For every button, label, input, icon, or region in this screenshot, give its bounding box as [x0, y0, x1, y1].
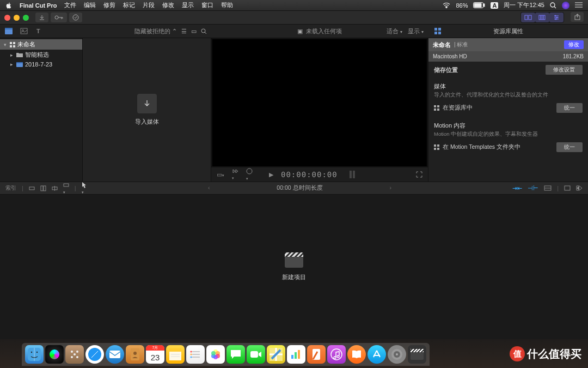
- svg-rect-52: [41, 186, 43, 191]
- close-button[interactable]: [4, 15, 10, 21]
- safari-icon[interactable]: [85, 345, 104, 364]
- menu-window[interactable]: 窗口: [201, 1, 213, 9]
- app-name[interactable]: Final Cut Pro: [20, 2, 57, 9]
- disclosure-icon[interactable]: ▾: [2, 42, 8, 47]
- inspector-tab-icon[interactable]: [433, 27, 442, 35]
- share-button[interactable]: [571, 12, 584, 22]
- viewer-canvas[interactable]: [212, 39, 427, 166]
- fullscreen-button[interactable]: [23, 15, 29, 21]
- contacts-icon[interactable]: [126, 345, 144, 364]
- svg-point-97: [396, 353, 398, 355]
- tl-tool-4-icon[interactable]: ▾: [63, 182, 69, 195]
- fullscreen-viewer-icon[interactable]: [416, 171, 422, 178]
- spotlight-icon[interactable]: [550, 2, 556, 9]
- menu-edit[interactable]: 编辑: [84, 1, 96, 9]
- appstore-icon[interactable]: [367, 345, 386, 364]
- reminders-icon[interactable]: [186, 345, 205, 364]
- minimize-button[interactable]: [14, 15, 20, 21]
- timeline-duration: 00:00 总时间长度: [277, 184, 322, 191]
- finder-icon[interactable]: [25, 345, 44, 364]
- mail-icon[interactable]: [106, 345, 124, 364]
- play-button[interactable]: ▶: [269, 171, 273, 178]
- svg-point-71: [133, 352, 137, 355]
- battery-icon[interactable]: [473, 2, 485, 8]
- layout-default-button[interactable]: [521, 13, 535, 22]
- titles-tab-icon[interactable]: T: [35, 27, 44, 35]
- skimming-icon[interactable]: ⊣⊢: [528, 185, 538, 192]
- transitions-icon[interactable]: [576, 185, 583, 191]
- inspector-title: 资源库属性: [493, 27, 523, 35]
- timeline-area[interactable]: 新建项目: [0, 195, 588, 339]
- disclosure-icon[interactable]: ▸: [9, 62, 14, 67]
- enhance-dropdown[interactable]: ▾: [246, 168, 253, 181]
- layout-dual-button[interactable]: [535, 13, 549, 22]
- siri-icon[interactable]: [562, 2, 569, 9]
- photos-tab-icon[interactable]: [20, 27, 28, 35]
- fcpx-icon[interactable]: [408, 345, 426, 364]
- photos-icon[interactable]: [206, 345, 225, 364]
- maps-icon[interactable]: [267, 345, 285, 364]
- unify-button-2[interactable]: 统一: [556, 142, 583, 152]
- select-tool-icon[interactable]: ▾: [82, 182, 87, 195]
- storage-settings-button[interactable]: 修改设置: [546, 65, 583, 75]
- battery-percent[interactable]: 86%: [456, 2, 468, 9]
- ibooks-icon[interactable]: [347, 345, 366, 364]
- menu-trim[interactable]: 修剪: [103, 1, 115, 9]
- dock: 7月23: [22, 343, 430, 366]
- messages-icon[interactable]: [226, 345, 245, 364]
- retime-dropdown[interactable]: ▾: [232, 168, 238, 180]
- snap-icon[interactable]: ⇥⇤: [512, 185, 522, 192]
- menu-mark[interactable]: 标记: [123, 1, 135, 9]
- timecode-display[interactable]: 00:00:00:00: [281, 170, 338, 179]
- import-media-button[interactable]: [137, 94, 157, 113]
- numbers-icon[interactable]: [287, 345, 305, 364]
- unify-button[interactable]: 统一: [556, 103, 583, 113]
- notes-icon[interactable]: [166, 345, 185, 364]
- media-browser[interactable]: 导入媒体: [83, 38, 211, 182]
- fit-dropdown[interactable]: 适合 ▾: [387, 27, 402, 35]
- menu-clip[interactable]: 片段: [143, 1, 155, 9]
- wifi-icon[interactable]: [443, 3, 450, 8]
- itunes-icon[interactable]: [327, 345, 346, 364]
- tl-tool-2-icon[interactable]: [40, 185, 46, 191]
- calendar-icon[interactable]: 7月23: [146, 345, 164, 364]
- grid-view-icon[interactable]: ☰: [181, 28, 187, 35]
- sidebar-event[interactable]: ▸ 2018-7-23: [0, 60, 82, 69]
- import-button[interactable]: [35, 13, 48, 22]
- svg-rect-48: [437, 144, 439, 147]
- notification-center-icon[interactable]: [575, 2, 583, 8]
- menu-modify[interactable]: 修改: [162, 1, 174, 9]
- modify-button[interactable]: 修改: [564, 40, 584, 49]
- search-icon[interactable]: [201, 28, 207, 34]
- menu-help[interactable]: 帮助: [221, 1, 233, 9]
- display-dropdown[interactable]: 显示 ▾: [408, 27, 424, 35]
- apple-menu-icon[interactable]: [5, 2, 12, 9]
- effects-icon[interactable]: [564, 185, 571, 191]
- siri-dock-icon[interactable]: [45, 345, 64, 364]
- library-root[interactable]: ▾ 未命名: [0, 39, 82, 50]
- media-desc: 导入的文件、代理和优化的文件以及整合的文件: [434, 92, 583, 99]
- tl-tool-1-icon[interactable]: [29, 185, 35, 191]
- clip-appearance-icon[interactable]: [544, 185, 552, 191]
- background-tasks-button[interactable]: [69, 13, 82, 22]
- layout-inspector-button[interactable]: [549, 13, 564, 22]
- svg-point-87: [211, 351, 216, 355]
- settings-icon[interactable]: [388, 345, 406, 364]
- keyword-button[interactable]: [51, 13, 67, 22]
- new-project-icon[interactable]: [285, 252, 303, 268]
- pages-icon[interactable]: [307, 345, 326, 364]
- filmstrip-icon[interactable]: ▭: [191, 28, 197, 35]
- clock[interactable]: 周一 下午12:45: [504, 1, 544, 9]
- facetime-icon[interactable]: [247, 345, 265, 364]
- launchpad-icon[interactable]: [65, 345, 84, 364]
- index-button[interactable]: 索引: [5, 184, 16, 192]
- libraries-tab-icon[interactable]: [4, 27, 13, 35]
- tl-tool-3-icon[interactable]: [52, 185, 58, 191]
- menu-file[interactable]: 文件: [64, 1, 76, 9]
- menu-view[interactable]: 显示: [182, 1, 194, 9]
- sidebar-smart-collection[interactable]: ▸ 智能精选: [0, 50, 82, 60]
- filter-dropdown[interactable]: 隐藏被拒绝的⌃: [134, 27, 177, 35]
- disclosure-icon[interactable]: ▸: [9, 52, 14, 58]
- input-source-icon[interactable]: A: [491, 2, 498, 9]
- transform-dropdown[interactable]: ▭▾: [217, 171, 224, 178]
